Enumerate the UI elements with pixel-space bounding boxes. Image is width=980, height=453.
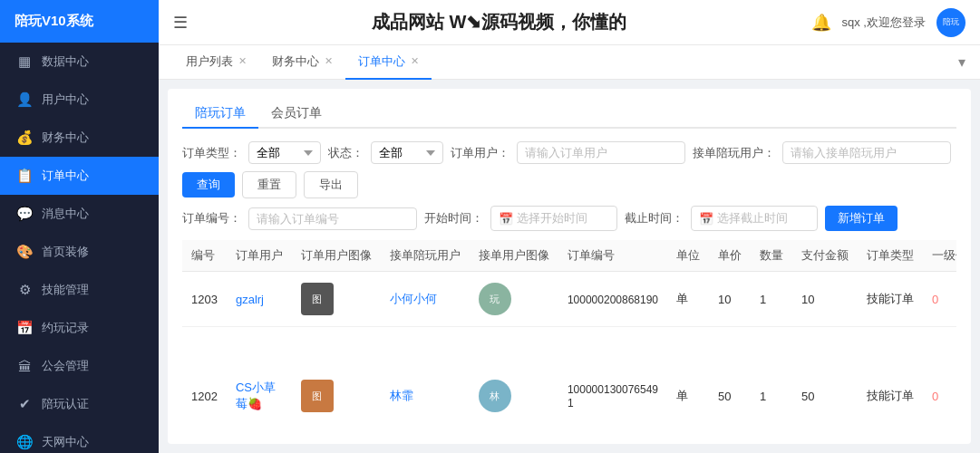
tab-close[interactable]: ✕ (325, 55, 333, 67)
sidebar: 陪玩V10系统 ▦数据中心👤用户中心💰财务中心📋订单中心💬消息中心🎨首页装修⚙技… (0, 0, 159, 453)
companion-user-avatar: 玩 (479, 283, 511, 315)
companion-user-label: 接单陪玩用户： (693, 145, 775, 161)
cell-price: 10 (709, 272, 751, 327)
sidebar-icon-order-center: 📋 (16, 168, 33, 184)
tab-users[interactable]: 用户列表✕ (173, 45, 259, 80)
cell-companion-avatar: 林 (470, 327, 558, 434)
cell-type: 技能订单 (858, 272, 923, 327)
sidebar-label-data-center: 数据中心 (42, 53, 89, 70)
start-time-placeholder: 选择开始时间 (517, 210, 587, 226)
col-price: 单价 (709, 240, 751, 272)
col-unit: 单位 (667, 240, 709, 272)
sidebar-item-data-center[interactable]: ▦数据中心 (0, 43, 159, 81)
bell-icon[interactable]: 🔔 (811, 13, 831, 33)
header: ☰ 成品网站 W⬊源码视频，你懂的 🔔 sqx ,欢迎您登录 陪玩 (159, 0, 980, 45)
sidebar-item-order-center[interactable]: 📋订单中心 (0, 157, 159, 195)
tab-label: 订单中心 (358, 53, 405, 70)
sub-tab-companion[interactable]: 陪玩订单 (182, 100, 258, 129)
cell-order-avatar: 图 (292, 272, 381, 327)
sidebar-icon-finance-center: 💰 (16, 130, 33, 146)
sidebar-label-companion-verify: 陪玩认证 (42, 396, 89, 412)
sidebar-item-skill-mgmt[interactable]: ⚙技能管理 (0, 271, 159, 309)
sidebar-label-tianwang-center: 天网中心 (42, 434, 89, 450)
cell-unit: 单 (667, 327, 709, 434)
sidebar-icon-appointment-records: 📅 (16, 320, 33, 336)
cell-quantity: 1 (751, 327, 792, 434)
sidebar-label-user-center: 用户中心 (42, 92, 89, 108)
col-companion-user: 接单陪玩用户 (381, 240, 470, 272)
cell-companion-user: 林霏 (381, 327, 470, 434)
new-order-button[interactable]: 新增订单 (825, 206, 898, 231)
sidebar-icon-tianwang-center: 🌐 (16, 434, 33, 450)
sidebar-item-tianwang-center[interactable]: 🌐天网中心 (0, 423, 159, 453)
companion-user-input[interactable] (782, 141, 951, 164)
avatar-text: 陪玩 (943, 16, 959, 28)
order-user-avatar: 图 (301, 283, 334, 315)
tab-label: 用户列表 (186, 53, 233, 70)
sidebar-icon-skill-mgmt: ⚙ (16, 282, 33, 298)
sidebar-icon-message-center: 💬 (16, 206, 33, 222)
user-greeting: sqx ,欢迎您登录 (842, 14, 926, 31)
companion-user-avatar: 林 (479, 380, 511, 412)
end-time-label: 截止时间： (625, 210, 684, 226)
query-button[interactable]: 查询 (182, 172, 235, 198)
sidebar-label-message-center: 消息中心 (42, 206, 89, 222)
cell-order-user: CS小草莓🍓 (227, 327, 292, 434)
tab-finance[interactable]: 财务中心✕ (259, 45, 345, 80)
page-title: 成品网站 W⬊源码视频，你懂的 (199, 10, 800, 34)
sidebar-label-homepage-decor: 首页装修 (42, 244, 89, 260)
col-companion-avatar: 接单用户图像 (470, 240, 558, 272)
col-id: 编号 (182, 240, 227, 272)
export-button[interactable]: 导出 (304, 171, 358, 198)
status-select[interactable]: 全部 (371, 141, 443, 164)
end-time-placeholder: 选择截止时间 (717, 210, 788, 226)
end-time-picker[interactable]: 📅 选择截止时间 (691, 206, 818, 231)
col-type: 订单类型 (858, 240, 923, 272)
order-type-select[interactable]: 全部 (248, 141, 321, 164)
sidebar-item-companion-verify[interactable]: ✔陪玩认证 (0, 385, 159, 423)
order-no-input[interactable] (248, 207, 417, 230)
status-label: 状态： (328, 145, 364, 161)
cell-id: 1202 (182, 327, 227, 434)
order-no-label: 订单编号： (182, 210, 241, 226)
main-area: ☰ 成品网站 W⬊源码视频，你懂的 🔔 sqx ,欢迎您登录 陪玩 用户列表✕财… (159, 0, 980, 453)
order-user-input[interactable] (517, 141, 685, 164)
sidebar-label-finance-center: 财务中心 (42, 130, 89, 146)
sidebar-label-order-center: 订单中心 (42, 168, 89, 184)
tab-label: 财务中心 (272, 53, 319, 70)
tab-close[interactable]: ✕ (411, 55, 419, 67)
table-row: 1202 CS小草莓🍓 图 林霏 林 100000130076549 1 单 5… (182, 327, 956, 434)
sidebar-label-skill-mgmt: 技能管理 (42, 282, 89, 298)
table-row: 1203 gzalrj 图 小何小何 玩 100000200868190 单 1… (182, 272, 956, 327)
sidebar-item-finance-center[interactable]: 💰财务中心 (0, 119, 159, 157)
cell-type: 技能订单 (858, 327, 923, 434)
sidebar-icon-homepage-decor: 🎨 (16, 244, 33, 260)
sidebar-icon-user-center: 👤 (16, 92, 33, 108)
sidebar-item-message-center[interactable]: 💬消息中心 (0, 195, 159, 233)
avatar[interactable]: 陪玩 (936, 8, 965, 37)
tabs-expand-icon[interactable]: ▾ (958, 53, 965, 71)
col-pay: 支付金额 (792, 240, 858, 272)
sidebar-item-homepage-decor[interactable]: 🎨首页装修 (0, 233, 159, 271)
cell-pay: 10 (792, 272, 858, 327)
cell-pay: 50 (792, 327, 858, 434)
cell-order-avatar: 图 (292, 327, 381, 434)
col-order-user: 订单用户 (227, 240, 292, 272)
sidebar-label-guild-mgmt: 公会管理 (42, 358, 89, 374)
table-header-row: 编号 订单用户 订单用户图像 接单陪玩用户 接单用户图像 订单编号 单位 单价 … (182, 240, 956, 272)
reset-button[interactable]: 重置 (242, 171, 296, 198)
sidebar-item-appointment-records[interactable]: 📅约玩记录 (0, 309, 159, 347)
cell-id: 1203 (182, 272, 227, 327)
tab-orders[interactable]: 订单中心✕ (345, 45, 432, 80)
sub-tab-member[interactable]: 会员订单 (258, 100, 335, 129)
sidebar-item-guild-mgmt[interactable]: 🏛公会管理 (0, 347, 159, 385)
col-order-user-avatar: 订单用户图像 (292, 240, 381, 272)
col-quantity: 数量 (751, 240, 792, 272)
sidebar-item-user-center[interactable]: 👤用户中心 (0, 81, 159, 119)
tab-close[interactable]: ✕ (238, 55, 247, 67)
start-time-picker[interactable]: 📅 选择开始时间 (490, 206, 617, 231)
sidebar-icon-companion-verify: ✔ (16, 396, 33, 412)
cell-unit: 单 (667, 272, 709, 327)
menu-icon[interactable]: ☰ (173, 13, 188, 33)
tabs-bar: 用户列表✕财务中心✕订单中心✕ ▾ (159, 45, 980, 80)
